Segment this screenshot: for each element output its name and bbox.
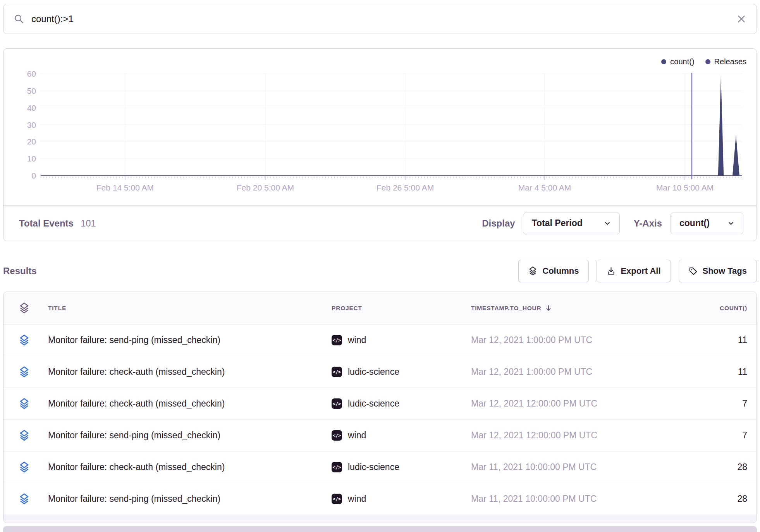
legend-count-dot (661, 59, 666, 64)
stack-icon (19, 398, 29, 409)
table-row[interactable]: Monitor failure: check-auth (missed_chec… (3, 356, 757, 388)
svg-text:Feb 20 5:00 AM: Feb 20 5:00 AM (237, 183, 294, 192)
bottom-panel-edge (3, 526, 757, 532)
column-header-count[interactable]: COUNT() (654, 305, 757, 312)
total-events-label: Total Events (19, 218, 74, 229)
project-cell: </> wind (329, 430, 468, 441)
project-platform-icon: </> (332, 430, 342, 441)
timestamp: Mar 11, 2021 10:00:00 PM UTC (468, 462, 654, 472)
project-name: wind (348, 335, 366, 345)
display-label: Display (482, 218, 515, 229)
total-events-value: 101 (81, 218, 96, 229)
stack-icon (19, 493, 29, 505)
stack-icon (528, 266, 537, 276)
events-chart: 0102030405060Feb 14 5:00 AMFeb 20 5:00 A… (3, 60, 757, 207)
results-header-row: Results Columns Export All (3, 260, 757, 282)
project-platform-icon: </> (332, 494, 342, 504)
project-platform-icon: </> (332, 335, 342, 345)
svg-text:Feb 14 5:00 AM: Feb 14 5:00 AM (96, 183, 154, 192)
project-name: wind (348, 430, 366, 441)
count-value: 7 (654, 430, 757, 441)
count-value: 11 (654, 335, 757, 345)
yaxis-dropdown[interactable]: count() (671, 213, 743, 234)
tag-icon (689, 267, 698, 276)
chart-legend: count() Releases (661, 57, 746, 66)
table-row[interactable]: Monitor failure: send-ping (missed_check… (3, 420, 757, 451)
count-value: 11 (654, 367, 757, 377)
svg-text:Feb 26 5:00 AM: Feb 26 5:00 AM (377, 183, 434, 192)
table-header-row: TITLE PROJECT TIMESTAMP.TO_HOUR COUNT() (3, 292, 757, 324)
columns-button[interactable]: Columns (518, 260, 589, 282)
svg-text:Mar 10 5:00 AM: Mar 10 5:00 AM (656, 183, 714, 192)
close-icon[interactable] (736, 14, 746, 24)
table-footer-strip (3, 515, 757, 523)
legend-count[interactable]: count() (661, 57, 694, 66)
column-header-timestamp[interactable]: TIMESTAMP.TO_HOUR (468, 304, 654, 312)
display-dropdown[interactable]: Total Period (523, 213, 620, 234)
event-title[interactable]: Monitor failure: send-ping (missed_check… (45, 335, 329, 345)
svg-text:30: 30 (27, 120, 36, 129)
results-table: TITLE PROJECT TIMESTAMP.TO_HOUR COUNT() … (3, 292, 757, 523)
project-cell: </> wind (329, 335, 468, 345)
project-cell: </> ludic-science (329, 367, 468, 377)
chevron-down-icon (727, 220, 734, 227)
legend-releases[interactable]: Releases (705, 57, 746, 66)
timestamp: Mar 11, 2021 10:00:00 PM UTC (468, 494, 654, 504)
search-input[interactable]: count():>1 (31, 14, 729, 24)
event-title[interactable]: Monitor failure: send-ping (missed_check… (45, 430, 329, 441)
count-value: 28 (654, 462, 757, 472)
svg-text:40: 40 (27, 103, 36, 112)
project-name: ludic-science (348, 367, 399, 377)
sort-arrow-down-icon (545, 304, 552, 312)
stack-icon (19, 462, 29, 473)
event-title[interactable]: Monitor failure: check-auth (missed_chec… (45, 398, 329, 409)
table-body: Monitor failure: send-ping (missed_check… (3, 324, 757, 515)
stack-icon (19, 302, 29, 314)
timestamp: Mar 12, 2021 12:00:00 PM UTC (468, 398, 654, 409)
search-icon (14, 14, 24, 24)
project-name: wind (348, 494, 366, 504)
timestamp: Mar 12, 2021 12:00:00 PM UTC (468, 430, 654, 441)
stack-icon (19, 335, 29, 346)
yaxis-label: Y-Axis (634, 218, 662, 229)
table-row[interactable]: Monitor failure: send-ping (missed_check… (3, 324, 757, 356)
chart-panel: count() Releases 0102030405060Feb 14 5:0… (3, 48, 757, 241)
download-icon (607, 267, 616, 276)
svg-text:60: 60 (27, 69, 36, 78)
svg-text:20: 20 (27, 137, 36, 146)
table-row[interactable]: Monitor failure: check-auth (missed_chec… (3, 388, 757, 420)
count-value: 28 (654, 494, 757, 504)
project-cell: </> ludic-science (329, 398, 468, 409)
search-bar: count():>1 (3, 4, 757, 34)
legend-releases-dot (705, 59, 710, 64)
project-cell: </> wind (329, 494, 468, 504)
project-platform-icon: </> (332, 367, 342, 377)
project-name: ludic-science (348, 462, 399, 472)
table-row[interactable]: Monitor failure: send-ping (missed_check… (3, 483, 757, 515)
project-name: ludic-science (348, 398, 399, 409)
column-header-project[interactable]: PROJECT (329, 305, 468, 312)
chart-footer: Total Events 101 Display Total Period Y-… (3, 205, 757, 241)
discover-page: count():>1 count() Releases 010203040506… (0, 4, 760, 532)
project-platform-icon: </> (332, 462, 342, 472)
count-value: 7 (654, 398, 757, 409)
event-title[interactable]: Monitor failure: send-ping (missed_check… (45, 494, 329, 504)
table-row[interactable]: Monitor failure: check-auth (missed_chec… (3, 451, 757, 483)
event-title[interactable]: Monitor failure: check-auth (missed_chec… (45, 462, 329, 472)
svg-text:0: 0 (31, 171, 36, 180)
timestamp: Mar 12, 2021 1:00:00 PM UTC (468, 367, 654, 377)
svg-text:50: 50 (27, 86, 36, 95)
project-cell: </> ludic-science (329, 462, 468, 472)
chevron-down-icon (604, 220, 611, 227)
show-tags-button[interactable]: Show Tags (679, 260, 757, 282)
svg-text:10: 10 (27, 154, 36, 163)
results-heading: Results (3, 266, 37, 276)
export-all-button[interactable]: Export All (597, 260, 671, 282)
svg-text:Mar 4 5:00 AM: Mar 4 5:00 AM (518, 183, 571, 192)
stack-icon (19, 430, 29, 441)
event-title[interactable]: Monitor failure: check-auth (missed_chec… (45, 367, 329, 377)
timestamp: Mar 12, 2021 1:00:00 PM UTC (468, 335, 654, 345)
project-platform-icon: </> (332, 398, 342, 409)
stack-icon (19, 366, 29, 378)
column-header-title[interactable]: TITLE (45, 305, 329, 312)
